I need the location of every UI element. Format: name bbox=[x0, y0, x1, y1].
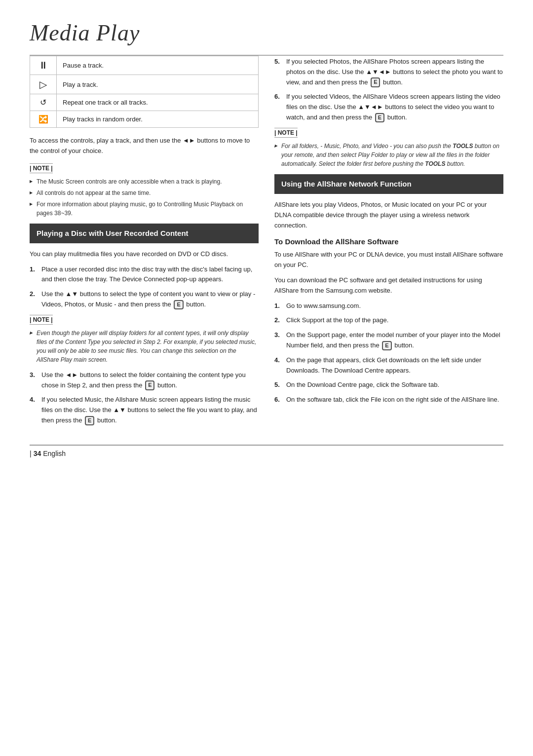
section-header-allshare: Using the AllShare Network Function bbox=[274, 174, 503, 194]
table-row: ⏸ Pause a track. bbox=[30, 56, 259, 75]
steps-list-2: 3. Use the ◄► buttons to select the fold… bbox=[30, 370, 259, 426]
list-item: 2. Click Support at the top of the page. bbox=[274, 315, 503, 326]
step-text: If you selected Videos, the AllShare Vid… bbox=[286, 92, 503, 122]
step-num: 4. bbox=[274, 355, 283, 376]
icon-play: ▷ bbox=[30, 75, 57, 94]
note-item: Even though the player will display fold… bbox=[30, 329, 259, 364]
icon-shuffle: 🔀 bbox=[30, 111, 57, 128]
step-num: 5. bbox=[274, 57, 283, 87]
list-item: 1. Go to www.samsung.com. bbox=[274, 301, 503, 311]
desc-play: Play a track. bbox=[57, 75, 259, 94]
step-num: 4. bbox=[30, 395, 38, 425]
tools-bold-2: TOOLS bbox=[425, 160, 445, 167]
step-text: Use the ◄► buttons to select the folder … bbox=[41, 370, 259, 391]
step-num: 1. bbox=[274, 301, 283, 311]
download-subtitle: To Download the AllShare Software bbox=[274, 237, 503, 246]
note-box-2: | NOTE | Even though the player will dis… bbox=[30, 315, 259, 364]
step-text: On the Download Centre page, click the S… bbox=[286, 380, 439, 390]
table-row: ▷ Play a track. bbox=[30, 75, 259, 94]
enter-icon: E bbox=[371, 77, 380, 87]
intro-text: To access the controls, play a track, an… bbox=[30, 136, 259, 156]
step-num: 3. bbox=[30, 370, 38, 391]
enter-icon: E bbox=[174, 300, 183, 309]
note-item: For all folders, - Music, Photo, and Vid… bbox=[274, 142, 503, 168]
right-note-list: For all folders, - Music, Photo, and Vid… bbox=[274, 140, 503, 168]
steps-list-1: 1. Place a user recorded disc into the d… bbox=[30, 265, 259, 310]
list-item: 6. On the software tab, click the File i… bbox=[274, 395, 503, 405]
tools-bold: TOOLS bbox=[453, 143, 473, 150]
note-item: All controls do not appear at the same t… bbox=[30, 189, 259, 197]
table-row: ↺ Repeat one track or all tracks. bbox=[30, 94, 259, 111]
table-row: 🔀 Play tracks in random order. bbox=[30, 111, 259, 128]
note-label-right: | NOTE | bbox=[274, 128, 298, 138]
language-label: English bbox=[43, 450, 66, 457]
enter-icon: E bbox=[382, 341, 391, 350]
step-num: 1. bbox=[30, 265, 38, 285]
desc-repeat: Repeat one track or all tracks. bbox=[57, 94, 259, 111]
icon-pause: ⏸ bbox=[30, 56, 57, 75]
bottom-bar: | 34 English bbox=[30, 445, 503, 457]
step-text: If you selected Photos, the AllShare Pho… bbox=[286, 57, 503, 87]
section-left-body: You can play mulitmedia files you have r… bbox=[30, 249, 259, 260]
note-label-2: | NOTE | bbox=[30, 315, 53, 325]
note-list-1: The Music Screen controls are only acces… bbox=[30, 175, 259, 218]
list-item: 2. Use the ▲▼ buttons to select the type… bbox=[30, 289, 259, 310]
allshare-steps: 1. Go to www.samsung.com. 2. Click Suppo… bbox=[274, 301, 503, 405]
step-num: 2. bbox=[30, 289, 38, 310]
icon-table: ⏸ Pause a track. ▷ Play a track. ↺ Repea… bbox=[30, 56, 259, 128]
step-text: On the software tab, click the File icon… bbox=[286, 395, 499, 405]
list-item: 5. If you selected Photos, the AllShare … bbox=[274, 57, 503, 87]
enter-icon: E bbox=[145, 380, 154, 390]
list-item: 5. On the Download Centre page, click th… bbox=[274, 380, 503, 390]
page-number: 34 bbox=[34, 450, 41, 457]
left-note-box: | NOTE | The Music Screen controls are o… bbox=[30, 163, 259, 218]
list-item: 4. On the page that appears, click Get d… bbox=[274, 355, 503, 376]
list-item: 1. Place a user recorded disc into the d… bbox=[30, 265, 259, 285]
list-item: 6. If you selected Videos, the AllShare … bbox=[274, 92, 503, 122]
desc-shuffle: Play tracks in random order. bbox=[57, 111, 259, 128]
list-item: 3. Use the ◄► buttons to select the fold… bbox=[30, 370, 259, 391]
icon-repeat: ↺ bbox=[30, 94, 57, 111]
step-num: 2. bbox=[274, 315, 283, 326]
allshare-intro: AllShare lets you play Videos, Photos, o… bbox=[274, 200, 503, 230]
right-note-box: | NOTE | For all folders, - Music, Photo… bbox=[274, 128, 503, 168]
step-text: Use the ▲▼ buttons to select the type of… bbox=[41, 289, 259, 310]
step-num: 5. bbox=[274, 380, 283, 390]
step-text: On the Support page, enter the model num… bbox=[286, 330, 503, 351]
allshare-body1: To use AllShare with your PC or DLNA dev… bbox=[274, 250, 503, 270]
allshare-body2: You can download the PC software and get… bbox=[274, 275, 503, 296]
step-num: 6. bbox=[274, 395, 283, 405]
step-text: On the page that appears, click Get down… bbox=[286, 355, 503, 376]
step-text: Place a user recorded disc into the disc… bbox=[41, 265, 259, 285]
step-text: Go to www.samsung.com. bbox=[286, 301, 361, 311]
list-item: 3. On the Support page, enter the model … bbox=[274, 330, 503, 351]
note-item: For more information about playing music… bbox=[30, 200, 259, 218]
desc-pause: Pause a track. bbox=[57, 56, 259, 75]
step-num: 6. bbox=[274, 92, 283, 122]
enter-icon: E bbox=[375, 113, 384, 122]
note-label-1: | NOTE | bbox=[30, 163, 53, 173]
note-list-2: Even though the player will display fold… bbox=[30, 327, 259, 364]
right-steps-top: 5. If you selected Photos, the AllShare … bbox=[274, 57, 503, 123]
pipe-symbol: | bbox=[30, 450, 32, 457]
step-text: If you selected Music, the Allshare Musi… bbox=[41, 395, 259, 425]
step-text: Click Support at the top of the page. bbox=[286, 315, 388, 326]
step-num: 3. bbox=[274, 330, 283, 351]
note-item: The Music Screen controls are only acces… bbox=[30, 177, 259, 186]
left-column: ⏸ Pause a track. ▷ Play a track. ↺ Repea… bbox=[30, 56, 259, 431]
enter-icon: E bbox=[85, 416, 94, 425]
section-header-disc: Playing a Disc with User Recorded Conten… bbox=[30, 224, 259, 243]
right-column: 5. If you selected Photos, the AllShare … bbox=[274, 56, 503, 431]
page-title: Media Play bbox=[30, 20, 503, 46]
list-item: 4. If you selected Music, the Allshare M… bbox=[30, 395, 259, 425]
